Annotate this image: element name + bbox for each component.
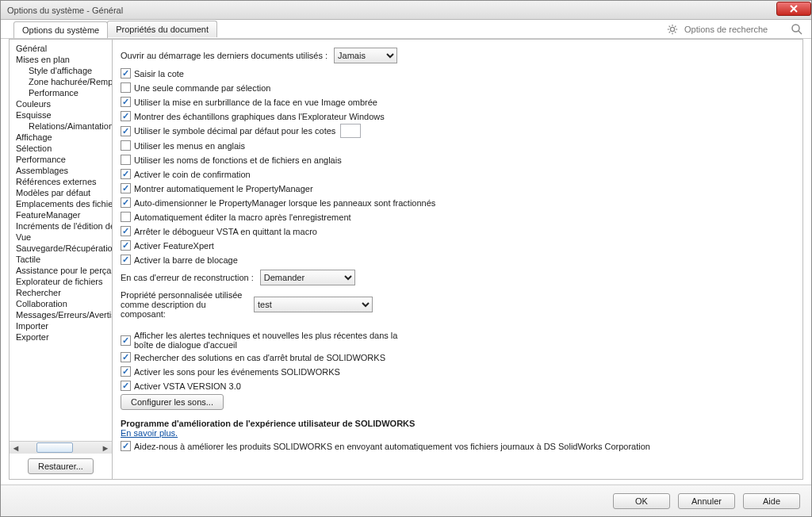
open-recent-select[interactable]: Jamais bbox=[334, 48, 397, 63]
chk-freeze-bar-label: Activer la barre de blocage bbox=[134, 255, 238, 265]
chk-english-names[interactable] bbox=[121, 155, 131, 165]
scrollbar-thumb[interactable] bbox=[36, 442, 73, 453]
tree-item-file-locations[interactable]: Emplacements des fichiers bbox=[11, 198, 112, 209]
tree-item-backup[interactable]: Sauvegarde/Récupération bbox=[11, 243, 112, 254]
tree-item-view[interactable]: Vue bbox=[11, 232, 112, 243]
tree-item-display-style[interactable]: Style d'affichage bbox=[11, 65, 112, 76]
svg-point-0 bbox=[670, 27, 674, 31]
configure-sounds-row: Configurer les sons... bbox=[121, 394, 795, 410]
chk-edit-macro-label: Automatiquement éditer la macro après l'… bbox=[134, 213, 351, 222]
custom-prop-select[interactable]: test bbox=[254, 297, 373, 312]
tree-item-external-refs[interactable]: Références externes bbox=[11, 176, 112, 187]
chk-english-names-label: Utiliser les noms de fonctions et de fic… bbox=[134, 155, 342, 165]
chk-featurexpert[interactable] bbox=[121, 240, 131, 251]
scroll-left-icon[interactable]: ◄ bbox=[10, 442, 22, 454]
dialog-body: Général Mises en plan Style d'affichage … bbox=[9, 39, 803, 480]
custom-prop-row: Propriété personnalisée utilisée comme d… bbox=[121, 290, 795, 319]
tree-item-feature-manager[interactable]: FeatureManager bbox=[11, 209, 112, 220]
chk-enter-dim-label: Saisir la cote bbox=[134, 69, 184, 79]
chk-decimal-symbol-label: Utiliser le symbole décimal par défaut p… bbox=[134, 126, 335, 136]
close-icon bbox=[789, 5, 799, 13]
chk-show-alerts-label: Afficher les alertes techniques et nouve… bbox=[134, 331, 404, 350]
chk-row-10: Automatiquement éditer la macro après l'… bbox=[121, 210, 795, 224]
chk-decimal-symbol[interactable] bbox=[121, 126, 131, 136]
tree-item-import[interactable]: Importer bbox=[11, 320, 112, 331]
ok-button[interactable]: OK bbox=[613, 493, 670, 509]
svg-line-5 bbox=[669, 25, 670, 26]
chk-vsta3[interactable] bbox=[121, 381, 131, 391]
tree-item-hole-wizard[interactable]: Assistance pour le perçage/ bbox=[11, 265, 112, 276]
tree-item-touch[interactable]: Tactile bbox=[11, 254, 112, 265]
chk-row-5: Utiliser les menus en anglais bbox=[121, 139, 795, 152]
tab-document-properties[interactable]: Propriétés du document bbox=[107, 21, 217, 37]
tree-item-hatch[interactable]: Zone hachurée/Remplir bbox=[11, 76, 112, 87]
help-button[interactable]: Aide bbox=[743, 493, 800, 509]
chk-highlight-shaded-label: Utiliser la mise en surbrillance de la f… bbox=[134, 98, 377, 107]
chk-freeze-bar[interactable] bbox=[121, 255, 131, 265]
configure-sounds-button[interactable]: Configurer les sons... bbox=[121, 394, 224, 410]
rebuild-error-select[interactable]: Demander bbox=[260, 270, 355, 285]
chk-improvement[interactable] bbox=[121, 441, 131, 451]
chk-auto-size-pm[interactable] bbox=[121, 197, 131, 208]
chk-auto-pm[interactable] bbox=[121, 183, 131, 193]
tree-item-assemblies[interactable]: Assemblages bbox=[11, 165, 112, 176]
improvement-chk-row: Aidez-nous à améliorer les produits SOLI… bbox=[121, 439, 795, 453]
chk-show-alerts[interactable] bbox=[121, 335, 131, 346]
tree-item-general[interactable]: Général bbox=[11, 43, 112, 54]
sidebar-h-scrollbar[interactable]: ◄ ► bbox=[10, 441, 112, 454]
tree-item-drawings[interactable]: Mises en plan bbox=[11, 54, 112, 65]
svg-line-10 bbox=[799, 31, 802, 34]
chk-enable-sounds[interactable] bbox=[121, 366, 131, 377]
tree-item-messages[interactable]: Messages/Erreurs/Avertissem bbox=[11, 309, 112, 320]
tree-item-selection[interactable]: Sélection bbox=[11, 143, 112, 154]
chk-stop-vsta-label: Arrêter le débogueur VSTA en quittant la… bbox=[134, 227, 317, 236]
chk-stop-vsta[interactable] bbox=[121, 226, 131, 236]
tree-item-performance[interactable]: Performance bbox=[11, 154, 112, 165]
category-tree[interactable]: Général Mises en plan Style d'affichage … bbox=[10, 40, 112, 441]
tree-item-search[interactable]: Rechercher bbox=[11, 287, 112, 298]
chk2-row-1: Rechercher des solutions en cas d'arrêt … bbox=[121, 350, 795, 364]
chk-edit-macro[interactable] bbox=[121, 212, 131, 222]
tree-item-file-explorer[interactable]: Explorateur de fichiers bbox=[11, 276, 112, 287]
rebuild-error-row: En cas d'erreur de reconstruction : Dema… bbox=[121, 270, 795, 285]
tree-item-colors[interactable]: Couleurs bbox=[11, 98, 112, 109]
restore-button[interactable]: Restaurer... bbox=[28, 458, 94, 474]
svg-line-8 bbox=[675, 25, 676, 26]
restore-row: Restaurer... bbox=[10, 454, 112, 479]
tree-item-relations[interactable]: Relations/Aimantation bbox=[11, 121, 112, 132]
tree-item-increments[interactable]: Incréments de l'édition de c bbox=[11, 220, 112, 232]
chk-single-command[interactable] bbox=[121, 82, 131, 93]
chk-crash-solutions-label: Rechercher des solutions en cas d'arrêt … bbox=[134, 353, 385, 362]
scroll-right-icon[interactable]: ► bbox=[99, 442, 112, 454]
tree-item-drawings-performance[interactable]: Performance bbox=[11, 87, 112, 98]
tree-item-default-templates[interactable]: Modèles par défaut bbox=[11, 187, 112, 198]
tab-system-options[interactable]: Options du système bbox=[13, 21, 108, 38]
improvement-title: Programme d'amélioration de l'expérience… bbox=[121, 419, 795, 428]
chk-confirm-corner[interactable] bbox=[121, 169, 131, 179]
chk-row-6: Utiliser les noms de fonctions et de fic… bbox=[121, 153, 795, 167]
chk-crash-solutions[interactable] bbox=[121, 352, 131, 362]
chk-auto-pm-label: Montrer automatiquement le PropertyManag… bbox=[134, 184, 313, 193]
tree-item-collaboration[interactable]: Collaboration bbox=[11, 298, 112, 309]
decimal-symbol-input[interactable] bbox=[340, 124, 361, 138]
tree-item-sketch[interactable]: Esquisse bbox=[11, 109, 112, 121]
chk-highlight-shaded[interactable] bbox=[121, 97, 131, 107]
chk2-row-3: Activer VSTA VERSION 3.0 bbox=[121, 379, 795, 393]
chk-english-menus[interactable] bbox=[121, 140, 131, 151]
search-icon[interactable] bbox=[791, 23, 803, 36]
tree-item-display[interactable]: Affichage bbox=[11, 132, 112, 143]
rebuild-error-label: En cas d'erreur de reconstruction : bbox=[121, 273, 254, 282]
chk-thumbnails[interactable] bbox=[121, 111, 131, 121]
tree-item-export[interactable]: Exporter bbox=[11, 331, 112, 343]
close-button[interactable] bbox=[776, 2, 811, 16]
settings-content: Ouvrir au démarrage les derniers documen… bbox=[113, 40, 802, 479]
window-controls bbox=[776, 2, 811, 19]
cancel-button[interactable]: Annuler bbox=[678, 493, 735, 509]
chk-enter-dim[interactable] bbox=[121, 68, 131, 79]
learn-more-link[interactable]: En savoir plus. bbox=[121, 428, 178, 438]
chk-row-1: Une seule commande par sélection bbox=[121, 81, 795, 94]
window-title: Options du système - Général bbox=[7, 6, 776, 15]
chk2-row-0: Afficher les alertes techniques et nouve… bbox=[121, 331, 795, 350]
search-input[interactable] bbox=[683, 24, 786, 35]
custom-prop-label: Propriété personnalisée utilisée comme d… bbox=[121, 290, 247, 319]
